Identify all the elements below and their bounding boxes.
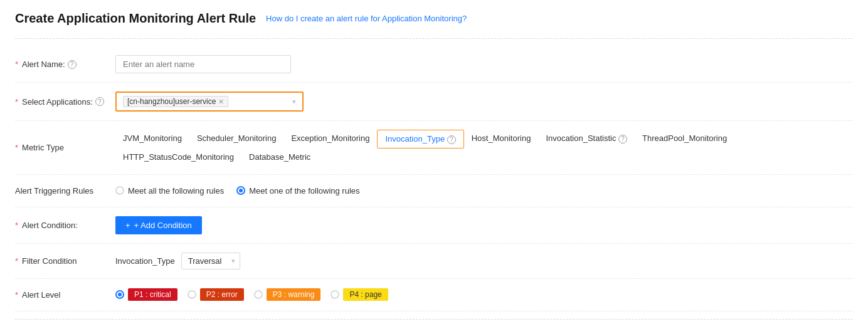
metric-tabs: JVM_Monitoring Scheduler_Monitoring Exce… [115, 130, 853, 165]
filter-row: Invocation_Type Traversal [115, 253, 240, 269]
alert-level-row: * Alert Level P1 : critical P2 : error P… [15, 279, 853, 311]
selected-application-tag: [cn-hangzhou]user-service ✕ [123, 96, 228, 107]
help-link[interactable]: How do I create an alert rule for Applic… [266, 14, 467, 23]
alert-condition-label-text: Alert Condition: [22, 221, 78, 230]
radio-meet-all[interactable]: Meet all the following rules [115, 186, 224, 196]
tab-database-metric[interactable]: Database_Metric [241, 149, 318, 165]
level-p4-badge: P4 : page [343, 288, 388, 301]
add-condition-button[interactable]: + + Add Condition [115, 216, 202, 234]
notification-policy-row: * Notification Policy ? Do Not Specify N… [15, 327, 853, 330]
radio-label-meet-all: Meet all the following rules [128, 186, 224, 196]
level-p1-badge: P1 : critical [128, 288, 177, 301]
radio-label-meet-one: Meet one of the following rules [249, 186, 359, 196]
level-divider [15, 319, 853, 320]
level-p2-item[interactable]: P2 : error [188, 288, 244, 301]
required-star-condition: * [15, 221, 18, 230]
tab-invocation-type[interactable]: Invocation_Type ? [377, 130, 463, 149]
level-p1-item[interactable]: P1 : critical [115, 288, 177, 301]
tab-jvm-monitoring[interactable]: JVM_Monitoring [115, 130, 189, 149]
alert-name-label-text: Alert Name: [22, 60, 65, 69]
alert-triggering-content: Meet all the following rules Meet one of… [115, 186, 853, 196]
tab-invocation-statistic[interactable]: Invocation_Statistic ? [538, 130, 635, 149]
radio-circle-meet-all [115, 186, 124, 195]
add-icon: + [125, 221, 130, 230]
tab-http-statuscode-monitoring[interactable]: HTTP_StatusCode_Monitoring [115, 149, 241, 165]
radio-circle-meet-one [236, 186, 245, 195]
metric-type-label-text: Metric Type [22, 143, 64, 152]
alert-condition-row: * Alert Condition: + + Add Condition [15, 207, 853, 244]
alert-name-label: * Alert Name: ? [15, 60, 115, 69]
invocation-type-help-icon[interactable]: ? [447, 135, 456, 144]
radio-circle-p1 [115, 290, 124, 299]
required-star-metric: * [15, 143, 18, 152]
filter-select-wrap: Traversal [181, 253, 240, 269]
header-divider [15, 38, 853, 39]
tab-exception-monitoring[interactable]: Exception_Monitoring [283, 130, 377, 149]
required-star-level: * [15, 290, 18, 300]
select-applications-label-text: Select Applications: [22, 97, 93, 107]
tab-threadpool-monitoring[interactable]: ThreadPool_Monitoring [635, 130, 734, 149]
filter-value-select[interactable]: Traversal [181, 253, 240, 269]
filter-condition-label-text: Filter Condition [22, 256, 77, 266]
alert-name-help-icon[interactable]: ? [68, 60, 77, 69]
radio-circle-p4 [331, 290, 339, 299]
alert-name-row: * Alert Name: ? [15, 46, 853, 83]
select-down-arrow-icon: ▾ [292, 98, 296, 106]
alert-condition-label: * Alert Condition: [15, 221, 115, 230]
required-star-apps: * [15, 97, 18, 107]
page-header: Create Application Monitoring Alert Rule… [15, 11, 853, 26]
filter-condition-label: * Filter Condition [15, 256, 115, 266]
filter-condition-row: * Filter Condition Invocation_Type Trave… [15, 244, 853, 279]
level-group: P1 : critical P2 : error P3 : warning P4… [115, 288, 388, 301]
alert-level-label: * Alert Level [15, 290, 115, 300]
level-p2-badge: P2 : error [200, 288, 244, 301]
select-applications-row: * Select Applications: ? [cn-hangzhou]us… [15, 83, 853, 121]
tag-close-icon[interactable]: ✕ [218, 98, 224, 106]
tab-host-monitoring[interactable]: Host_Monitoring [464, 130, 539, 149]
tag-text: [cn-hangzhou]user-service [127, 97, 216, 106]
select-applications-label: * Select Applications: ? [15, 97, 115, 107]
filter-condition-content: Invocation_Type Traversal [115, 253, 853, 269]
required-star-filter: * [15, 256, 18, 266]
alert-triggering-label-text: Alert Triggering Rules [15, 186, 93, 196]
alert-triggering-row: Alert Triggering Rules Meet all the foll… [15, 175, 853, 207]
alert-triggering-label: Alert Triggering Rules [15, 186, 115, 196]
alert-condition-content: + + Add Condition [115, 216, 853, 234]
add-condition-label: + Add Condition [134, 221, 192, 230]
triggering-radio-group: Meet all the following rules Meet one of… [115, 186, 360, 196]
alert-name-input[interactable] [115, 55, 291, 73]
applications-select[interactable]: [cn-hangzhou]user-service ✕ ▾ [115, 91, 304, 112]
alert-name-content [115, 55, 853, 73]
invocation-statistic-help-icon[interactable]: ? [618, 135, 627, 144]
alert-level-content: P1 : critical P2 : error P3 : warning P4… [115, 288, 853, 301]
alert-level-label-text: Alert Level [22, 290, 60, 300]
metric-type-label: * Metric Type [15, 143, 115, 152]
required-star: * [15, 60, 18, 69]
page-container: Create Application Monitoring Alert Rule… [0, 0, 868, 329]
metric-type-row: * Metric Type JVM_Monitoring Scheduler_M… [15, 121, 853, 175]
level-p3-badge: P3 : warning [267, 288, 321, 301]
select-applications-help-icon[interactable]: ? [95, 97, 104, 106]
page-title: Create Application Monitoring Alert Rule [15, 11, 256, 26]
filter-type-text: Invocation_Type [115, 256, 175, 266]
tab-scheduler-monitoring[interactable]: Scheduler_Monitoring [189, 130, 283, 149]
metric-type-content: JVM_Monitoring Scheduler_Monitoring Exce… [115, 130, 853, 165]
level-p3-item[interactable]: P3 : warning [254, 288, 321, 301]
select-applications-content: [cn-hangzhou]user-service ✕ ▾ [115, 91, 853, 112]
radio-circle-p3 [254, 290, 263, 299]
level-p4-item[interactable]: P4 : page [331, 288, 388, 301]
radio-circle-p2 [188, 290, 196, 299]
radio-meet-one[interactable]: Meet one of the following rules [236, 186, 359, 196]
